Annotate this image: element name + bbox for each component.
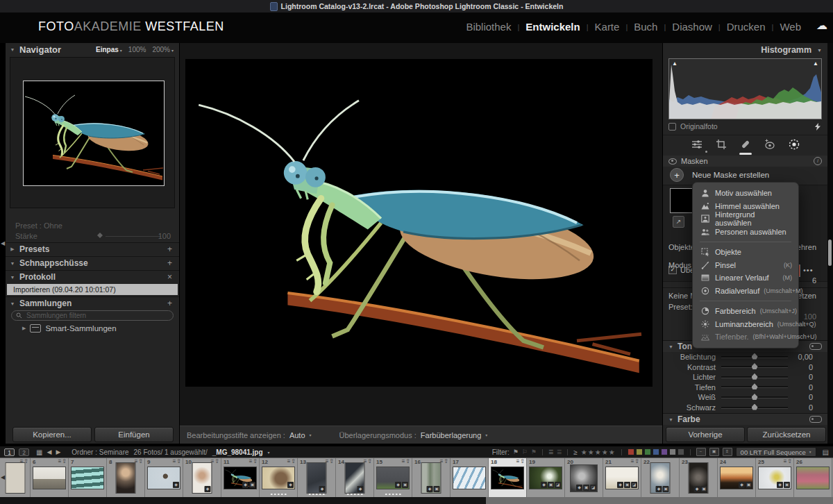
filter-preset-icon-1[interactable]: −	[696, 448, 706, 456]
filmstrip-cell-12[interactable]: 12≡⇧◆	[260, 458, 298, 497]
photo-thumbnail[interactable]: ◆	[345, 462, 365, 494]
label-chip-6[interactable]	[678, 448, 684, 455]
slider-thumb[interactable]	[752, 404, 758, 410]
photo-thumbnail[interactable]	[453, 467, 486, 489]
flag-pick-filter-icon[interactable]: ⚑	[513, 448, 519, 455]
filmstrip-cell-10[interactable]: 10≡⇧◆	[183, 458, 221, 497]
filmstrip-cell-15[interactable]: 15≡⇧◆▣	[374, 458, 412, 497]
mask-menu-item-objekte[interactable]: Objekte	[693, 246, 798, 259]
filter-preset-icon-3[interactable]: ≡	[723, 448, 732, 456]
slider-thumb[interactable]	[752, 394, 758, 400]
slider-track[interactable]	[721, 386, 788, 388]
photo-thumbnail[interactable]: ◆▣	[720, 467, 753, 489]
navigator-preview-photo[interactable]	[23, 81, 165, 186]
filmstrip-cell-26[interactable]: 26	[794, 458, 832, 497]
cloud-sync-icon[interactable]: ☁	[816, 19, 827, 32]
history-section-header[interactable]: ▼ Protokoll ×	[6, 270, 179, 283]
previous-photo-arrow[interactable]: ◀	[47, 448, 51, 455]
copy-button[interactable]: Kopieren...	[12, 427, 92, 442]
filter-preset-icon-2[interactable]: ▣	[709, 448, 719, 456]
mask-menu-item-pinsel[interactable]: Pinsel(K)	[693, 259, 798, 272]
filmstrip-cell-16[interactable]: 16≡⇧◆▣	[412, 458, 451, 497]
module-drucken[interactable]: Drucken	[727, 21, 766, 33]
module-web[interactable]: Web	[780, 21, 801, 33]
navigator-zoom-100[interactable]: 100%	[128, 46, 146, 53]
label-chip-2[interactable]	[644, 448, 651, 455]
mask-menu-item-linearer-verlauf[interactable]: Linearer Verlauf(M)	[693, 271, 798, 285]
photo-thumbnail[interactable]: ◆	[262, 467, 295, 489]
filmstrip-cell-21[interactable]: 21≡⇧◆▣◪	[603, 458, 641, 497]
filmstrip-cell-6[interactable]: 6≡⇧	[31, 458, 69, 497]
photo-thumbnail[interactable]: ◆▣	[376, 467, 410, 489]
filmstrip-cell-11[interactable]: 11≡⇧◆▣	[221, 458, 260, 497]
photo-thumbnail[interactable]: ◆▣◪	[605, 467, 639, 489]
photo-thumbnail[interactable]	[491, 467, 524, 489]
filmstrip-cell-17[interactable]: 17	[451, 458, 489, 497]
create-preset-button[interactable]: +	[167, 244, 172, 254]
mask-menu-item-personen-ausw-hlen[interactable]: Personen auswählen	[693, 226, 798, 239]
collections-search-input[interactable]	[25, 311, 146, 320]
snapshots-section-header[interactable]: ▼ Schnappschüsse +	[6, 256, 179, 269]
photo-thumbnail[interactable]: ◆	[192, 462, 212, 494]
photo-thumbnail[interactable]: ◆▣	[689, 462, 709, 494]
module-bibliothek[interactable]: Bibliothek	[466, 21, 511, 33]
overlay-mode-select[interactable]: Farbüberlagerung	[421, 431, 481, 439]
filmstrip-cell-19[interactable]: 19◆▣◪	[527, 458, 565, 497]
filmstrip-cell-25[interactable]: 25≡⇧◆▣	[756, 458, 794, 497]
module-karte[interactable]: Karte	[595, 21, 620, 33]
photo-thumbnail[interactable]	[5, 462, 25, 494]
filmstrip-scrollbar-thumb[interactable]	[486, 497, 833, 504]
second-window-button[interactable]: 2	[19, 448, 29, 456]
create-snapshot-button[interactable]: +	[167, 258, 172, 268]
mask-menu-item-motiv-ausw-hlen[interactable]: Motiv auswählen	[693, 187, 798, 200]
mask-menu-item-farbbereich[interactable]: Farbbereich(Umschalt+J)	[693, 305, 798, 318]
paste-button[interactable]: Einfügen	[94, 427, 174, 442]
slider-track[interactable]	[721, 366, 788, 368]
photo-thumbnail[interactable]: ◆	[307, 462, 327, 494]
photo-thumbnail[interactable]: ◆▣◪	[529, 467, 562, 489]
filmstrip-cell-7[interactable]: 7	[69, 458, 107, 497]
photo-thumbnail[interactable]: ◆▣◪	[570, 464, 598, 492]
filmstrip-source-indicator[interactable]: Ordner : Seminare 26 Fotos/ 1 ausgewählt…	[71, 448, 269, 456]
slider-thumb[interactable]	[752, 373, 758, 380]
photo-thumbnail[interactable]	[71, 467, 104, 489]
filmstrip-cell-18[interactable]: 18≡⇧	[489, 458, 527, 497]
filmstrip-cell-24[interactable]: 24◆▣	[718, 458, 756, 497]
navigator-zoom-einpas[interactable]: Einpas▾	[96, 46, 122, 53]
strength-slider-thumb[interactable]	[97, 233, 103, 238]
module-diashow[interactable]: Diashow	[672, 21, 712, 33]
slider-track[interactable]	[721, 356, 788, 358]
filmstrip-lock-icon[interactable]: ▤	[823, 448, 829, 456]
label-chip-3[interactable]	[653, 448, 659, 455]
color-enable-switch[interactable]	[809, 416, 822, 423]
module-buch[interactable]: Buch	[634, 21, 657, 33]
mask-menu-item-hintergrund-ausw-hlen[interactable]: Hintergrund auswählen	[693, 212, 798, 226]
presets-section-header[interactable]: ▶ Presets +	[6, 242, 179, 255]
edit-filter-off-icon[interactable]: ☰	[557, 449, 562, 455]
create-collection-button[interactable]: +	[167, 299, 172, 308]
scrollbar-thumb[interactable]	[828, 240, 832, 266]
reset-button[interactable]: Zurücksetzen	[747, 427, 826, 442]
mask-menu-item-radialverlauf[interactable]: Radialverlauf(Umschalt+M)	[693, 285, 798, 298]
history-item-import[interactable]: Importieren (09.04.20 10:01:07)	[7, 284, 178, 295]
mask-menu-item-tiefenber[interactable]: Tiefenber.(Bfhl+Wahl+Umsch+U)	[693, 330, 798, 344]
slider-track[interactable]	[721, 396, 788, 398]
main-photo[interactable]	[185, 59, 653, 387]
right-panel-scrollbar[interactable]	[827, 43, 833, 444]
previous-button[interactable]: Vorherige	[666, 427, 745, 442]
rating-stars-filter[interactable]: ★★★★★	[581, 448, 616, 456]
flag-reject-filter-icon[interactable]: ⚑	[531, 448, 537, 455]
mask-menu-item-luminanzbereich[interactable]: Luminanzbereich(Umschalt+Q)	[693, 318, 798, 331]
filmstrip-scrollbar[interactable]	[0, 497, 833, 504]
filmstrip-cell-23[interactable]: 23◆▣	[680, 458, 718, 497]
navigator-header[interactable]: ▼ Navigator Einpas▾100%200%▾	[6, 43, 179, 56]
filmstrip-cell-8[interactable]: 8≡⇧	[107, 458, 145, 497]
left-panel-collapse-arrow[interactable]: ◀	[0, 43, 6, 444]
label-chip-1[interactable]	[636, 448, 643, 455]
rating-operator[interactable]: ≥	[573, 448, 578, 456]
filter-preset-select[interactable]: 00 LRT Full Sequence ▾	[736, 447, 816, 457]
edit-pins-select[interactable]: Auto	[289, 431, 305, 439]
strength-slider-track[interactable]	[106, 236, 161, 237]
filmstrip-cell-9[interactable]: 9≡⇧◆	[145, 458, 183, 497]
collections-section-header[interactable]: ▼ Sammlungen +	[6, 296, 179, 310]
